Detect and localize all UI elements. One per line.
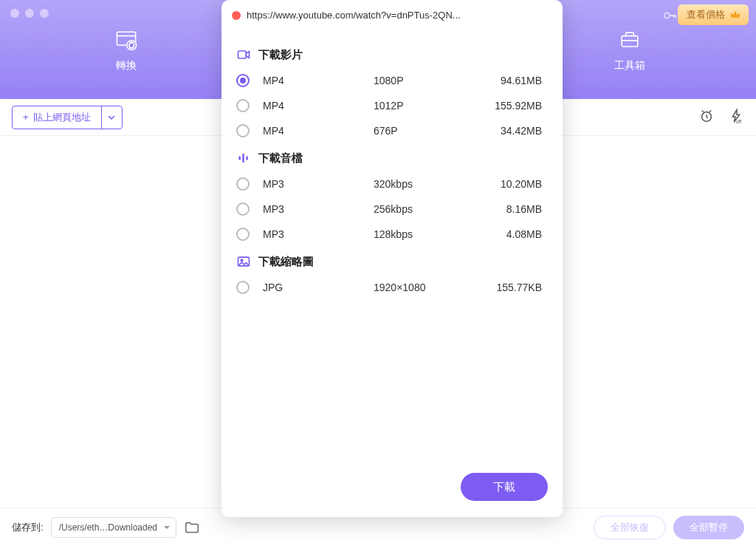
option-size: 10.20MB: [484, 178, 548, 190]
option-format: MP4: [263, 100, 374, 112]
window-controls: [10, 9, 49, 18]
crown-icon: [729, 9, 741, 21]
modal-url: https://www.youtube.com/watch?v=dnPTus-2…: [247, 10, 461, 21]
option-size: 8.16MB: [484, 203, 548, 215]
download-button-label: 下載: [493, 480, 515, 494]
option-format: MP3: [263, 178, 374, 190]
svg-rect-9: [238, 157, 241, 160]
video-icon: [236, 47, 251, 62]
section-thumb-label: 下載縮略圖: [258, 255, 314, 269]
view-price-label: 查看價格: [687, 8, 725, 21]
download-options-modal: https://www.youtube.com/watch?v=dnPTus-2…: [221, 0, 563, 517]
thumb-option-row[interactable]: JPG 1920×1080 155.77KB: [221, 275, 563, 300]
option-size: 94.61MB: [484, 75, 548, 86]
radio-icon[interactable]: [236, 202, 250, 216]
restore-all-button[interactable]: 全部恢復: [594, 516, 666, 539]
audio-option-row[interactable]: MP3 256kbps 8.16MB: [221, 197, 563, 222]
option-quality: 1920×1080: [374, 281, 484, 293]
option-format: MP4: [263, 125, 374, 137]
section-thumb-title: 下載縮略圖: [221, 247, 563, 275]
radio-icon[interactable]: [236, 74, 250, 87]
option-size: 155.77KB: [484, 281, 548, 293]
pause-all-button[interactable]: 全部暫停: [673, 516, 744, 539]
option-quality: 1012P: [374, 100, 484, 112]
open-folder-button[interactable]: [184, 519, 200, 536]
key-icon[interactable]: [662, 7, 678, 27]
save-path-select[interactable]: /Users/eth…Downloaded: [51, 517, 176, 538]
convert-icon: [113, 27, 140, 53]
paste-url-main[interactable]: + 貼上網頁地址: [13, 111, 101, 124]
pause-all-label: 全部暫停: [690, 521, 728, 534]
option-size: 4.08MB: [484, 228, 548, 240]
modal-footer: 下載: [221, 461, 563, 517]
audio-icon: [236, 151, 251, 165]
paste-url-dropdown[interactable]: [101, 106, 122, 129]
minimize-window-icon[interactable]: [25, 9, 34, 18]
option-quality: 1080P: [374, 75, 484, 86]
svg-point-13: [241, 259, 243, 262]
modal-close-icon[interactable]: [232, 11, 241, 20]
svg-rect-3: [622, 36, 639, 47]
lightning-off-icon: off: [728, 108, 744, 124]
modal-body: 下載影片 MP4 1080P 94.61MB MP4 1012P 155.92M…: [221, 31, 563, 461]
option-format: JPG: [263, 281, 374, 293]
option-format: MP3: [263, 228, 374, 240]
paste-url-label: 貼上網頁地址: [33, 111, 91, 124]
audio-option-row[interactable]: MP3 320kbps 10.20MB: [221, 171, 563, 197]
zoom-window-icon[interactable]: [40, 9, 49, 18]
modal-header: https://www.youtube.com/watch?v=dnPTus-2…: [221, 0, 563, 31]
scheduler-button[interactable]: [698, 108, 715, 127]
radio-icon[interactable]: [236, 99, 250, 112]
section-audio-title: 下載音檔: [221, 143, 563, 171]
folder-icon: [184, 519, 200, 536]
radio-icon[interactable]: [236, 281, 250, 294]
plus-icon: +: [23, 112, 29, 123]
radio-icon[interactable]: [236, 228, 250, 241]
tab-toolbox-label: 工具箱: [614, 59, 645, 72]
view-price-button[interactable]: 查看價格: [678, 4, 749, 25]
section-video-label: 下載影片: [258, 48, 303, 62]
option-quality: 128kbps: [374, 228, 484, 240]
svg-text:off: off: [736, 119, 741, 124]
option-quality: 676P: [374, 125, 484, 137]
speed-limit-button[interactable]: off: [728, 108, 744, 127]
video-option-row[interactable]: MP4 1080P 94.61MB: [221, 68, 563, 93]
alarm-clock-icon: [698, 108, 715, 124]
image-icon: [236, 254, 251, 269]
svg-rect-11: [246, 157, 248, 160]
save-to-label: 儲存到:: [12, 521, 44, 534]
video-option-row[interactable]: MP4 676P 34.42MB: [221, 118, 563, 143]
radio-icon[interactable]: [236, 124, 250, 137]
section-audio-label: 下載音檔: [258, 151, 303, 165]
tab-convert-label: 轉換: [116, 59, 137, 72]
paste-url-button[interactable]: + 貼上網頁地址: [12, 106, 123, 129]
toolbox-icon: [616, 27, 643, 53]
video-option-row[interactable]: MP4 1012P 155.92MB: [221, 93, 563, 118]
option-quality: 320kbps: [374, 178, 484, 190]
restore-all-label: 全部恢復: [611, 521, 649, 534]
close-window-icon[interactable]: [10, 9, 19, 18]
svg-rect-10: [242, 154, 244, 163]
chevron-down-icon: [108, 114, 115, 121]
option-format: MP4: [263, 75, 374, 86]
audio-option-row[interactable]: MP3 128kbps 4.08MB: [221, 222, 563, 247]
svg-point-5: [664, 13, 670, 18]
svg-rect-8: [238, 51, 247, 58]
save-path-value: /Users/eth…Downloaded: [59, 522, 157, 533]
option-format: MP3: [263, 203, 374, 215]
radio-icon[interactable]: [236, 177, 250, 191]
option-size: 34.42MB: [484, 125, 548, 137]
download-button[interactable]: 下載: [461, 473, 548, 501]
section-video-title: 下載影片: [221, 40, 563, 68]
option-size: 155.92MB: [484, 100, 548, 112]
option-quality: 256kbps: [374, 203, 484, 215]
